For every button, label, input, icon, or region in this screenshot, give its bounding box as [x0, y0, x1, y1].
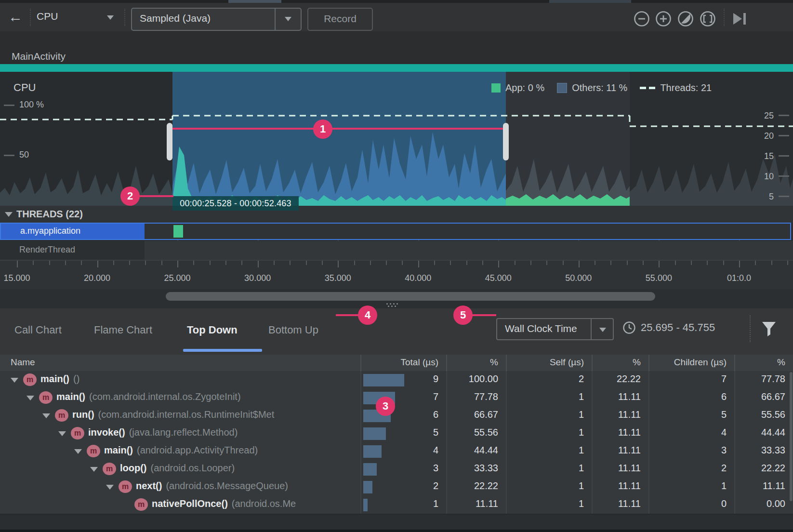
expand-triangle-icon[interactable] [106, 485, 114, 490]
threads-panel: THREADS (22) a.myapplication RenderThrea… [0, 206, 793, 260]
y-axis-label: 10 [764, 172, 774, 182]
thread-name: RenderThread [19, 245, 75, 255]
expand-triangle-icon[interactable] [42, 413, 50, 418]
clock-type-dropdown[interactable]: Wall Clock Time [496, 318, 614, 340]
chart-axis-title: CPU [13, 81, 36, 94]
table-row[interactable]: mmain()(com.android.internal.os.ZygoteIn… [0, 389, 793, 407]
panel-splitter-handle[interactable] [386, 303, 401, 307]
expand-triangle-icon[interactable] [74, 449, 82, 454]
major-tick [177, 261, 178, 267]
zoom-to-selection-icon[interactable] [700, 11, 716, 27]
tab-flame-chart[interactable]: Flame Chart [94, 324, 152, 336]
toolbar-separator [750, 315, 751, 342]
chevron-down-icon [285, 17, 291, 21]
minor-tick [691, 261, 692, 265]
minor-tick [595, 261, 595, 265]
profiler-type-dropdown[interactable]: CPU [37, 11, 58, 22]
minor-tick [675, 261, 676, 265]
table-row[interactable]: mloop()(android.os.Looper)333.33111.1122… [0, 460, 793, 478]
thread-row-renderthread[interactable]: RenderThread [0, 241, 793, 260]
children-pct: 77.78 [734, 373, 785, 385]
minor-tick [322, 261, 323, 265]
collapse-triangle-icon[interactable] [5, 212, 13, 217]
threads-count-dashed-line [0, 116, 793, 126]
method-badge-icon: m [119, 480, 132, 493]
total-pct: 66.67 [446, 409, 498, 420]
expand-triangle-icon[interactable] [26, 396, 34, 400]
table-header: NameTotal (µs)%Self (µs)%Children (µs)% [0, 355, 793, 372]
time-axis-label: 55.000 [646, 273, 672, 283]
y-axis-tick [779, 155, 789, 157]
children-value: 0 [648, 498, 727, 509]
record-button[interactable]: Record [307, 8, 373, 31]
children-value: 6 [648, 391, 727, 402]
selection-range-tooltip: 00:00:25.528 - 00:00:52.463 [172, 196, 299, 211]
back-arrow-icon[interactable]: ← [7, 10, 24, 25]
clock-icon [622, 321, 636, 334]
table-row[interactable]: minvoke()(java.lang.reflect.Method)555.5… [0, 425, 793, 442]
y-axis-label: 100 % [19, 100, 44, 110]
expand-triangle-icon[interactable] [11, 378, 18, 383]
annotation-2-line [137, 195, 173, 197]
selection-handle-right[interactable] [503, 123, 509, 160]
horizontal-scrollbar[interactable] [166, 292, 655, 301]
total-pct: 55.56 [446, 427, 498, 438]
minor-tick [49, 261, 50, 265]
threads-swatch [640, 87, 655, 89]
zoom-out-icon[interactable] [634, 11, 650, 27]
children-pct: 55.56 [734, 409, 785, 420]
major-tick [97, 261, 98, 267]
minor-tick [386, 261, 387, 265]
reset-zoom-icon[interactable] [677, 11, 694, 27]
legend-label: Threads: 21 [660, 82, 712, 93]
expand-triangle-icon[interactable] [90, 467, 98, 472]
selection-handle-left[interactable] [167, 123, 172, 160]
column-header--[interactable]: % [592, 357, 641, 368]
method-badge-icon: m [39, 391, 53, 404]
column-header--[interactable]: % [446, 357, 498, 368]
tab-top-down[interactable]: Top Down [187, 324, 238, 336]
method-badge-icon: m [71, 427, 84, 439]
total-value: 2 [360, 480, 438, 492]
expand-triangle-icon[interactable] [58, 431, 66, 436]
cpu-usage-chart[interactable]: CPU 100 % 50 252015105 App: 0 % Others: … [0, 72, 793, 206]
column-header-children-s-[interactable]: Children (µs) [648, 357, 727, 368]
toolbar-separator [724, 9, 725, 26]
window-bottom-edge [0, 530, 793, 532]
total-pct: 33.33 [446, 463, 498, 474]
go-live-icon[interactable] [731, 12, 748, 26]
zoom-in-icon[interactable] [655, 11, 672, 27]
trace-mode-dropdown[interactable]: Sampled (Java) [131, 8, 302, 31]
column-header-self-s-[interactable]: Self (µs) [506, 357, 584, 368]
tab-bottom-up[interactable]: Bottom Up [268, 324, 318, 336]
thread-row-myapplication[interactable]: a.myapplication [0, 223, 791, 240]
minor-tick [33, 261, 34, 265]
toolbar-separator [124, 9, 125, 26]
total-value: 9 [360, 373, 438, 385]
minor-tick [610, 261, 611, 265]
minor-tick [466, 261, 467, 265]
table-row[interactable]: mnativePollOnce()(android.os.Me111.11111… [0, 496, 793, 514]
table-row[interactable]: mnext()(android.os.MessageQueue)222.2211… [0, 478, 793, 496]
table-row[interactable]: mmain()()9100.00222.22777.78 [0, 371, 793, 389]
table-row[interactable]: mmain()(android.app.ActivityThread)444.4… [0, 442, 793, 460]
filter-icon[interactable] [759, 319, 779, 338]
major-tick [258, 261, 259, 267]
y-axis-label: 15 [764, 151, 774, 161]
dropdown-divider [591, 319, 592, 339]
tab-call-chart[interactable]: Call Chart [14, 324, 62, 336]
threads-header[interactable]: THREADS (22) [0, 206, 793, 223]
others-swatch [557, 83, 567, 93]
method-name: run()(com.android.internal.os.RuntimeIni… [72, 409, 359, 420]
time-axis-label: 40.000 [405, 273, 431, 283]
column-header--[interactable]: % [734, 357, 785, 368]
minor-tick [482, 261, 483, 265]
time-axis-label: 01:0.0 [727, 273, 751, 283]
minor-tick [546, 261, 547, 265]
self-value: 2 [506, 373, 584, 385]
table-row[interactable]: mrun()(com.android.internal.os.RuntimeIn… [0, 407, 793, 425]
column-header-total-s-[interactable]: Total (µs) [360, 357, 438, 368]
annotation-4-line [336, 314, 360, 316]
total-value: 1 [360, 498, 438, 509]
column-header-name[interactable]: Name [11, 357, 35, 368]
